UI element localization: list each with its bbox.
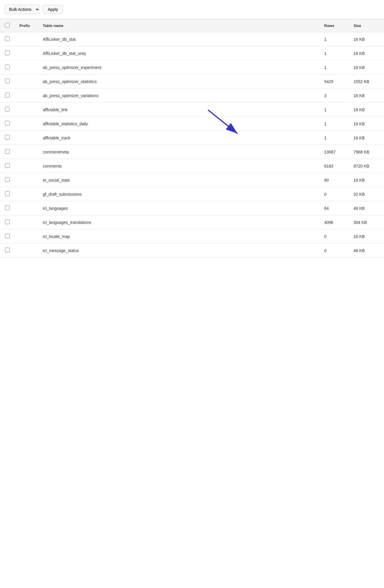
row-table-name: AffiLinker_db_stat bbox=[38, 32, 320, 46]
row-prefix bbox=[15, 60, 38, 75]
row-checkbox-cell bbox=[0, 75, 15, 89]
row-rows: 0 bbox=[320, 244, 349, 258]
table-row: icl_languages 64 48 KB bbox=[0, 201, 384, 215]
table-row: commentmeta 13087 7968 KB bbox=[0, 145, 384, 159]
row-checkbox[interactable] bbox=[5, 121, 10, 126]
row-checkbox[interactable] bbox=[5, 149, 10, 154]
row-size: 32 KB bbox=[349, 187, 384, 201]
row-prefix bbox=[15, 117, 38, 131]
row-size: 7968 KB bbox=[349, 145, 384, 159]
row-rows: 4096 bbox=[320, 215, 349, 229]
row-checkbox-cell bbox=[0, 131, 15, 145]
row-checkbox[interactable] bbox=[5, 107, 10, 111]
row-size: 16 KB bbox=[349, 46, 384, 60]
row-prefix bbox=[15, 89, 38, 103]
row-table-name: gf_draft_submissions bbox=[38, 187, 320, 201]
table-row: afflctable_link 1 16 KB bbox=[0, 103, 384, 117]
row-table-name: afflctable_track bbox=[38, 131, 320, 145]
row-prefix bbox=[15, 145, 38, 159]
row-checkbox[interactable] bbox=[5, 219, 10, 224]
row-rows: 1 bbox=[320, 46, 349, 60]
row-checkbox-cell bbox=[0, 46, 15, 60]
bulk-actions-select[interactable]: Bulk Actions bbox=[5, 5, 40, 14]
table-row: afflctable_statistics_daily 1 16 KB bbox=[0, 117, 384, 131]
row-prefix bbox=[15, 131, 38, 145]
row-checkbox[interactable] bbox=[5, 93, 10, 97]
table-row: icl_locale_map 0 16 KB bbox=[0, 229, 384, 244]
row-checkbox-cell bbox=[0, 145, 15, 159]
row-table-name: comments bbox=[38, 159, 320, 173]
table-row: AffiLinker_db_stat_uniq 1 16 KB bbox=[0, 46, 384, 60]
row-checkbox[interactable] bbox=[5, 191, 10, 196]
row-rows: 80 bbox=[320, 173, 349, 187]
row-size: 16 KB bbox=[349, 103, 384, 117]
row-checkbox-cell bbox=[0, 159, 15, 173]
row-prefix bbox=[15, 229, 38, 244]
header-checkbox-cell bbox=[0, 19, 15, 32]
row-size: 16 KB bbox=[349, 229, 384, 244]
table-container: Prefix Table name Rows Size AffiLinker_d… bbox=[0, 19, 384, 258]
row-checkbox-cell bbox=[0, 215, 15, 229]
row-checkbox[interactable] bbox=[5, 135, 10, 140]
row-checkbox[interactable] bbox=[5, 177, 10, 182]
row-checkbox[interactable] bbox=[5, 79, 10, 83]
toolbar: Bulk Actions Apply bbox=[0, 0, 384, 19]
row-checkbox-cell bbox=[0, 117, 15, 131]
row-size: 16 KB bbox=[349, 89, 384, 103]
row-checkbox[interactable] bbox=[5, 205, 10, 210]
row-rows: 0 bbox=[320, 229, 349, 244]
table-row: comments 6183 8720 KB bbox=[0, 159, 384, 173]
row-table-name: icl_languages_translations bbox=[38, 215, 320, 229]
select-all-checkbox[interactable] bbox=[5, 23, 10, 28]
row-prefix bbox=[15, 201, 38, 215]
table-row: ab_press_optimizer_statistics 5429 1552 … bbox=[0, 75, 384, 89]
row-size: 304 KB bbox=[349, 215, 384, 229]
table-row: gf_draft_submissions 0 32 KB bbox=[0, 187, 384, 201]
row-rows: 0 bbox=[320, 187, 349, 201]
row-table-name: afflctable_statistics_daily bbox=[38, 117, 320, 131]
row-checkbox-cell bbox=[0, 60, 15, 75]
row-checkbox-cell bbox=[0, 89, 15, 103]
row-rows: 1 bbox=[320, 32, 349, 46]
row-checkbox[interactable] bbox=[5, 50, 10, 55]
row-size: 16 KB bbox=[349, 131, 384, 145]
row-prefix bbox=[15, 244, 38, 258]
header-rows: Rows bbox=[320, 19, 349, 32]
row-size: 16 KB bbox=[349, 32, 384, 46]
row-rows: 1 bbox=[320, 117, 349, 131]
row-prefix bbox=[15, 103, 38, 117]
table-row: ab_press_optimizer_variations 3 16 KB bbox=[0, 89, 384, 103]
row-rows: 64 bbox=[320, 201, 349, 215]
row-table-name: commentmeta bbox=[38, 145, 320, 159]
table-row: icl_message_status 0 48 KB bbox=[0, 244, 384, 258]
row-checkbox[interactable] bbox=[5, 36, 10, 41]
row-size: 1552 KB bbox=[349, 75, 384, 89]
table-row: et_social_stats 80 16 KB bbox=[0, 173, 384, 187]
apply-button[interactable]: Apply bbox=[43, 5, 63, 14]
table-header-row: Prefix Table name Rows Size bbox=[0, 19, 384, 32]
row-table-name: ab_press_optimizer_statistics bbox=[38, 75, 320, 89]
row-rows: 6183 bbox=[320, 159, 349, 173]
row-size: 48 KB bbox=[349, 244, 384, 258]
row-checkbox[interactable] bbox=[5, 163, 10, 168]
row-table-name: et_social_stats bbox=[38, 173, 320, 187]
row-checkbox[interactable] bbox=[5, 65, 10, 69]
row-rows: 13087 bbox=[320, 145, 349, 159]
row-prefix bbox=[15, 187, 38, 201]
table-row: icl_languages_translations 4096 304 KB bbox=[0, 215, 384, 229]
row-table-name: afflctable_link bbox=[38, 103, 320, 117]
row-checkbox[interactable] bbox=[5, 234, 10, 238]
row-checkbox-cell bbox=[0, 32, 15, 46]
row-checkbox-cell bbox=[0, 173, 15, 187]
row-checkbox-cell bbox=[0, 187, 15, 201]
row-prefix bbox=[15, 75, 38, 89]
row-checkbox-cell bbox=[0, 201, 15, 215]
row-rows: 1 bbox=[320, 103, 349, 117]
row-size: 16 KB bbox=[349, 117, 384, 131]
table-row: afflctable_track 1 16 KB bbox=[0, 131, 384, 145]
row-rows: 3 bbox=[320, 89, 349, 103]
table-row: AffiLinker_db_stat 1 16 KB bbox=[0, 32, 384, 46]
row-checkbox[interactable] bbox=[5, 248, 10, 252]
table-body: AffiLinker_db_stat 1 16 KB AffiLinker_db… bbox=[0, 32, 384, 258]
row-prefix bbox=[15, 32, 38, 46]
